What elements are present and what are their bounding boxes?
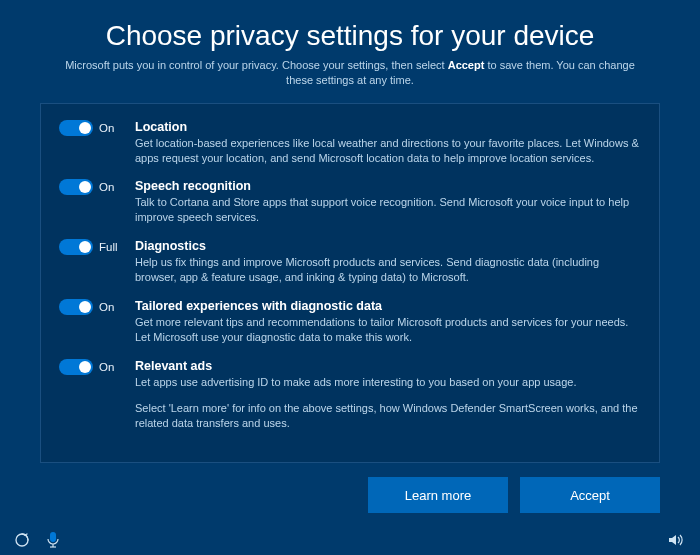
setting-title: Relevant ads <box>135 359 641 373</box>
setting-title: Diagnostics <box>135 239 641 253</box>
setting-text: Tailored experiences with diagnostic dat… <box>135 299 641 345</box>
setting-desc: Talk to Cortana and Store apps that supp… <box>135 195 641 225</box>
setting-row-diagnostics: Full Diagnostics Help us fix things and … <box>59 239 641 285</box>
setting-row-speech: On Speech recognition Talk to Cortana an… <box>59 179 641 225</box>
footnote-text: Select 'Learn more' for info on the abov… <box>135 401 641 431</box>
toggle-speech[interactable] <box>59 179 93 195</box>
setting-text: Relevant ads Let apps use advertising ID… <box>135 359 641 390</box>
ease-of-access-icon[interactable] <box>14 532 30 548</box>
toggle-ads[interactable] <box>59 359 93 375</box>
page-title: Choose privacy settings for your device <box>40 20 660 52</box>
toggle-tailored[interactable] <box>59 299 93 315</box>
setting-desc: Help us fix things and improve Microsoft… <box>135 255 641 285</box>
taskbar-left <box>14 531 60 549</box>
svg-rect-1 <box>50 532 56 542</box>
setting-title: Speech recognition <box>135 179 641 193</box>
page-subtitle: Microsoft puts you in control of your pr… <box>60 58 640 89</box>
toggle-state-label: On <box>99 122 114 134</box>
toggle-state-label: Full <box>99 241 118 253</box>
setting-text: Speech recognition Talk to Cortana and S… <box>135 179 641 225</box>
setting-desc: Let apps use advertising ID to make ads … <box>135 375 641 390</box>
setting-text: Location Get location-based experiences … <box>135 120 641 166</box>
volume-icon[interactable] <box>668 533 686 547</box>
button-row: Learn more Accept <box>368 477 660 513</box>
taskbar <box>0 525 700 555</box>
toggle-group: Full <box>59 239 135 255</box>
toggle-state-label: On <box>99 361 114 373</box>
toggle-state-label: On <box>99 181 114 193</box>
cortana-mic-icon[interactable] <box>46 531 60 549</box>
toggle-group: On <box>59 120 135 136</box>
oobe-privacy-page: Choose privacy settings for your device … <box>0 0 700 555</box>
setting-row-location: On Location Get location-based experienc… <box>59 120 641 166</box>
toggle-location[interactable] <box>59 120 93 136</box>
setting-desc: Get more relevant tips and recommendatio… <box>135 315 641 345</box>
toggle-group: On <box>59 179 135 195</box>
setting-row-tailored: On Tailored experiences with diagnostic … <box>59 299 641 345</box>
toggle-state-label: On <box>99 301 114 313</box>
setting-text: Diagnostics Help us fix things and impro… <box>135 239 641 285</box>
taskbar-right <box>668 533 686 547</box>
setting-row-ads: On Relevant ads Let apps use advertising… <box>59 359 641 390</box>
toggle-group: On <box>59 359 135 375</box>
accept-button[interactable]: Accept <box>520 477 660 513</box>
setting-title: Tailored experiences with diagnostic dat… <box>135 299 641 313</box>
setting-title: Location <box>135 120 641 134</box>
setting-desc: Get location-based experiences like loca… <box>135 136 641 166</box>
toggle-group: On <box>59 299 135 315</box>
settings-panel: On Location Get location-based experienc… <box>40 103 660 463</box>
subtitle-bold: Accept <box>448 59 485 71</box>
toggle-diagnostics[interactable] <box>59 239 93 255</box>
subtitle-pre: Microsoft puts you in control of your pr… <box>65 59 448 71</box>
learn-more-button[interactable]: Learn more <box>368 477 508 513</box>
